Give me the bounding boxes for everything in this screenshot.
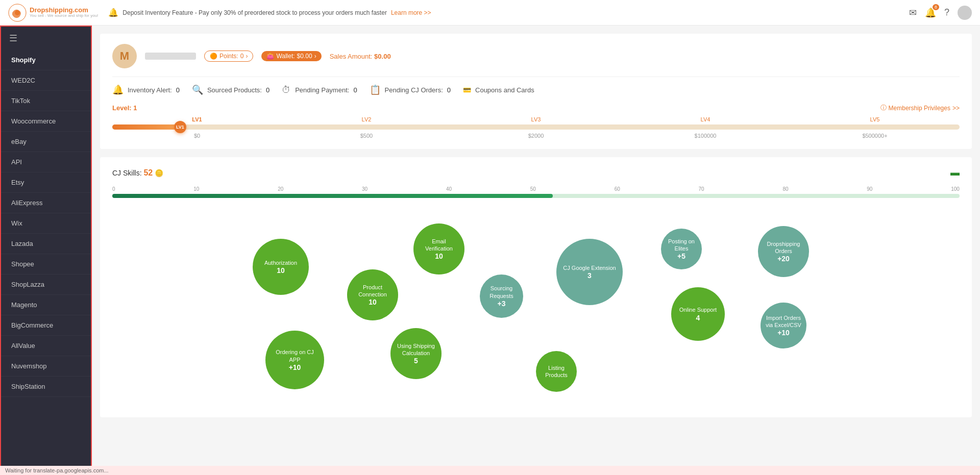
- user-avatar[interactable]: [958, 6, 972, 20]
- sidebar-item-shipstation[interactable]: ShipStation: [1, 377, 91, 397]
- level-amount-2: $2000: [451, 133, 621, 139]
- coupons-and-cards[interactable]: 💳 Coupons and Cards: [463, 86, 534, 94]
- membership-text: Membership Privileges: [889, 105, 950, 112]
- bubble-ordering-on-cj-app: Ordering on CJ APP+10: [265, 331, 324, 389]
- stats-row: 🔔 Inventory Alert: 0 🔍 Sourced Products:…: [112, 77, 960, 95]
- bell-icon: 🔔: [108, 8, 118, 17]
- sidebar-item-nuvemshop[interactable]: Nuvemshop: [1, 356, 91, 377]
- level-marker-lv3: LV3: [451, 116, 621, 122]
- skills-progress-track: [112, 194, 960, 198]
- skills-expand-button[interactable]: ▬: [950, 167, 960, 178]
- sidebar-item-woocommerce[interactable]: Woocommerce: [1, 111, 91, 132]
- level-marker-lv2: LV2: [282, 116, 451, 122]
- sales-amount: Sales Amount: $0.00: [330, 53, 391, 60]
- level-marker-lv1: LV1: [112, 116, 282, 122]
- stat-pending-value: 0: [353, 86, 357, 94]
- bubble-email-verification: Email Verification10: [413, 223, 464, 274]
- sidebar-item-magento[interactable]: Magento: [1, 295, 91, 315]
- stat-inventory-label: Inventory Alert:: [128, 86, 172, 94]
- level-section: Level: 1 ⓘ Membership Privileges >> LV1 …: [112, 104, 960, 139]
- inventory-alert-icon: 🔔: [112, 84, 124, 95]
- level-header: Level: 1 ⓘ Membership Privileges >>: [112, 104, 960, 112]
- points-badge[interactable]: 🟠 Points: 0 ›: [204, 51, 253, 62]
- sidebar-item-aliexpress[interactable]: AliExpress: [1, 193, 91, 213]
- skills-progress-fill: [112, 194, 553, 198]
- wallet-label: Wallet:: [276, 53, 295, 60]
- learn-more-link[interactable]: Learn more >>: [391, 9, 431, 16]
- points-label: Points:: [219, 53, 238, 60]
- logo-tagline: You sell - We source and ship for you!: [30, 14, 98, 18]
- wallet-chevron: ›: [314, 53, 316, 60]
- wallet-value: $0.00: [297, 53, 312, 60]
- coupons-icon: 💳: [463, 86, 471, 94]
- sidebar-item-api[interactable]: API: [1, 152, 91, 172]
- skills-progress-section: 0 10 20 30 40 50 60 70 80 90 100: [112, 186, 960, 198]
- bubble-cj-google-extension: CJ Google Extension3: [556, 239, 623, 305]
- sidebar-item-shopify[interactable]: Shopify: [1, 50, 91, 70]
- level-amounts: $0 $500 $2000 $100000 $500000+: [112, 133, 960, 139]
- sidebar-item-ebay[interactable]: eBay: [1, 132, 91, 152]
- skills-title: CJ Skills: 52 🪙: [112, 168, 163, 178]
- notification-count: 8: [933, 4, 939, 10]
- sidebar-item-allvalue[interactable]: AllValue: [1, 336, 91, 356]
- level-fill: [112, 124, 180, 130]
- wallet-badge[interactable]: 👛 Wallet: $0.00 ›: [261, 51, 321, 61]
- wallet-icon: 👛: [266, 53, 274, 60]
- logo[interactable]: Dropshipping.com You sell - We source an…: [8, 4, 98, 22]
- membership-privileges-link[interactable]: ⓘ Membership Privileges >>: [880, 104, 960, 112]
- sidebar-item-wix[interactable]: Wix: [1, 213, 91, 234]
- coin-icon: 🪙: [155, 169, 163, 177]
- main-content: M 🟠 Points: 0 › 👛 Wallet: $0.00 › Sales …: [92, 26, 980, 475]
- skills-score: 52: [143, 168, 153, 177]
- bubble-sourcing-requests: Sourcing Requests+3: [480, 274, 523, 318]
- bubble-authorization: Authorization10: [253, 239, 309, 295]
- pending-payment-icon: ⏱: [282, 85, 291, 95]
- level-track: LV1: [112, 124, 960, 130]
- level-amount-4: $500000+: [790, 133, 960, 139]
- mail-icon[interactable]: ✉: [909, 7, 917, 18]
- sidebar-item-tiktok[interactable]: TikTok: [1, 91, 91, 111]
- sales-value: $0.00: [374, 53, 391, 60]
- bubble-chart: Authorization10Email Verification10Produ…: [112, 213, 960, 407]
- chevron-right-icon: >>: [952, 105, 960, 112]
- bubble-using-shipping-calculation: Using Shipping Calculation5: [390, 328, 442, 379]
- dashboard-card: M 🟠 Points: 0 › 👛 Wallet: $0.00 › Sales …: [100, 34, 972, 149]
- announcement-bar: 🔔 Deposit Inventory Feature - Pay only 3…: [108, 8, 909, 17]
- level-marker-lv4: LV4: [621, 116, 790, 122]
- app-body: ☰ Shopify WED2C TikTok Woocommerce eBay …: [0, 26, 980, 475]
- stat-inventory-value: 0: [176, 86, 180, 94]
- help-icon[interactable]: ?: [944, 7, 949, 18]
- skills-card: CJ Skills: 52 🪙 ▬ 0 10 20 30 40 50 60 70: [100, 157, 972, 417]
- stat-pending-cj-orders: 📋 Pending CJ Orders: 0: [370, 84, 451, 95]
- coupons-label: Coupons and Cards: [475, 86, 534, 94]
- topbar: Dropshipping.com You sell - We source an…: [0, 0, 980, 26]
- status-text: Waiting for translate-pa.googleapis.com.…: [5, 467, 109, 473]
- user-header: M 🟠 Points: 0 › 👛 Wallet: $0.00 › Sales …: [112, 44, 960, 68]
- sidebar-item-shoplazza[interactable]: ShopLazza: [1, 274, 91, 295]
- logo-name: Dropshipping.com: [30, 7, 98, 14]
- stat-pending-payment: ⏱ Pending Payment: 0: [282, 85, 357, 95]
- level-label: Level: 1: [112, 104, 137, 112]
- bubble-import-orders-via-excel/csv: Import Orders via Excel/CSV+10: [761, 303, 806, 348]
- points-chevron: ›: [246, 53, 248, 60]
- hamburger-menu[interactable]: ☰: [1, 27, 91, 50]
- level-amount-1: $500: [282, 133, 451, 139]
- sidebar-item-lazada[interactable]: Lazada: [1, 234, 91, 254]
- user-avatar-large: M: [112, 44, 137, 68]
- sidebar-item-bigcommerce[interactable]: BigCommerce: [1, 315, 91, 336]
- svg-point-1: [15, 10, 20, 15]
- sidebar-item-wed2c[interactable]: WED2C: [1, 70, 91, 91]
- stat-cj-label: Pending CJ Orders:: [385, 86, 443, 94]
- sidebar-item-etsy[interactable]: Etsy: [1, 172, 91, 193]
- notification-bell[interactable]: 🔔 8: [925, 7, 936, 18]
- stat-sourced-value: 0: [266, 86, 270, 94]
- bubble-posting-on-elites: Posting on Elites+5: [661, 229, 702, 269]
- topbar-right: ✉ 🔔 8 ?: [909, 6, 972, 20]
- bubble-dropshipping-orders: Dropshipping Orders+20: [758, 226, 809, 277]
- stat-inventory-alert: 🔔 Inventory Alert: 0: [112, 84, 180, 95]
- stat-pending-label: Pending Payment:: [295, 86, 349, 94]
- sourced-products-icon: 🔍: [192, 84, 203, 95]
- announcement-text: Deposit Inventory Feature - Pay only 30%…: [122, 9, 387, 16]
- level-markers: LV1 LV2 LV3 LV4 LV5: [112, 116, 960, 122]
- sidebar-item-shopee[interactable]: Shopee: [1, 254, 91, 274]
